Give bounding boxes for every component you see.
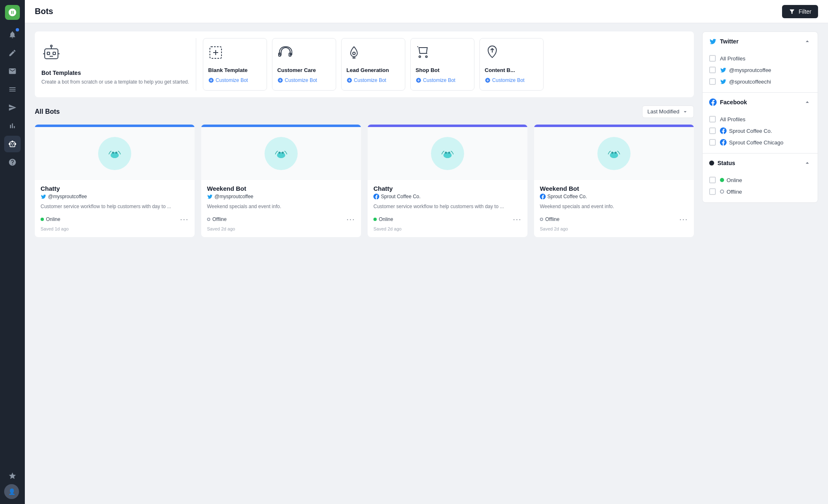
all-bots-section: All Bots Last Modified [35,106,694,237]
bot-more-menu-2[interactable]: ··· [513,215,522,224]
customize-customer-care-button[interactable]: Customize Bot [277,77,317,83]
sidebar-bottom: 👤 [4,468,21,499]
content-name: Content B... [485,67,515,73]
filter-status-online-checkbox[interactable] [709,177,716,183]
svg-point-37 [611,151,614,154]
bot-profile-handle-3: Sprout Coffee Co. [547,194,587,199]
twitter-chevron-icon [804,38,811,45]
bot-time-row-0: Saved 1d ago [41,226,189,231]
filter-facebook-all-checkbox[interactable] [709,116,716,122]
templates-intro-desc: Create a bot from scratch or use a templ… [41,79,189,86]
bot-card-2[interactable]: Chatty Sprout Coffee Co. Customer servic… [368,125,527,237]
sidebar-item-publishing[interactable] [4,99,21,116]
svg-point-33 [448,151,450,154]
filter-twitter-profile-0[interactable]: @mysproutcoffee [709,64,811,76]
bot-more-menu-1[interactable]: ··· [347,215,355,224]
shop-bot-name: Shop Bot [416,67,440,73]
bot-more-menu-0[interactable]: ··· [180,215,189,224]
bot-card-1[interactable]: Weekend Bot @mysproutcoffee Weekend spec… [201,125,361,237]
filter-facebook-title: Facebook [709,98,747,106]
sidebar-item-bots[interactable] [4,136,21,152]
template-card-lead-gen[interactable]: Lead Generation Customize Bot [341,38,405,91]
bot-status-row-1: Offline ··· [207,215,355,224]
svg-rect-2 [53,52,55,55]
bot-time-row-2: Saved 2d ago [373,226,522,231]
bot-desc-1: Weekend specials and event info. [207,203,355,210]
bot-profile-handle-2: Sprout Coffee Co. [381,194,421,199]
filter-twitter-all-profiles[interactable]: All Profiles [709,53,811,64]
filter-status-online[interactable]: Online [709,174,811,186]
bot-status-row-0: Online ··· [41,215,189,224]
template-card-blank[interactable]: Blank Template Customize Bot [203,38,267,91]
filter-twitter-p1-label: @sproutcoffeechi [720,78,771,85]
filter-facebook-p1-label: Sprout Coffee Chicago [720,139,783,146]
bots-grid: Chatty @mysproutcoffee Customer service … [35,125,694,237]
template-card-customer-care[interactable]: Customer Care Customize Bot [272,38,336,91]
bot-more-menu-3[interactable]: ··· [679,215,688,224]
filter-facebook-p1-checkbox[interactable] [709,139,716,146]
bot-profile-2: Sprout Coffee Co. [373,194,522,199]
filter-button[interactable]: Filter [782,5,818,18]
svg-point-23 [116,151,118,154]
offline-indicator [720,190,724,194]
svg-point-36 [610,152,618,158]
svg-point-5 [51,45,52,47]
sidebar-item-tasks[interactable] [4,81,21,98]
sidebar: 👤 [0,0,25,504]
sidebar-item-analytics[interactable] [4,118,21,134]
bot-card-0[interactable]: Chatty @mysproutcoffee Customer service … [35,125,195,237]
filter-facebook-header[interactable]: Facebook [703,93,818,112]
customize-shop-bot-button[interactable]: Customize Bot [416,77,455,83]
template-card-content[interactable]: Content B... Customize Bot [479,38,544,91]
svg-point-28 [282,151,284,154]
sort-dropdown[interactable]: Last Modified [642,106,694,118]
bot-card-hero-1 [201,127,361,180]
customize-content-button[interactable]: Customize Bot [485,77,525,83]
filter-twitter-p0-checkbox[interactable] [709,67,716,73]
filter-status-section: Status Online [703,154,818,202]
bot-card-body-1: Weekend Bot @mysproutcoffee Weekend spec… [201,180,361,237]
app-logo[interactable] [5,5,20,20]
svg-point-26 [277,152,285,158]
bot-profile-3: Sprout Coffee Co. [540,194,688,199]
sidebar-item-inbox[interactable] [4,63,21,79]
bot-name-1: Weekend Bot [207,185,355,192]
notification-badge [16,28,19,31]
filter-status-header[interactable]: Status [703,154,818,173]
bot-card-3[interactable]: Weekend Bot Sprout Coffee Co. Weekend sp… [534,125,694,237]
template-card-shop-bot[interactable]: Shop Bot Customize Bot [410,38,474,91]
svg-point-32 [445,151,447,154]
filter-status-offline[interactable]: Offline [709,186,811,197]
sidebar-item-star[interactable] [4,468,21,484]
sidebar-item-compose[interactable] [4,45,21,61]
filter-facebook-p0-checkbox[interactable] [709,127,716,134]
filter-status-offline-checkbox[interactable] [709,188,716,195]
filter-twitter-p1-checkbox[interactable] [709,78,716,85]
filter-facebook-profile-1[interactable]: Sprout Coffee Chicago [709,137,811,148]
filter-twitter-header[interactable]: Twitter [703,32,818,51]
customer-care-icon [277,45,292,63]
sidebar-item-notifications[interactable] [4,26,21,43]
bot-avatar-2 [431,137,464,170]
header: Bots Filter [25,0,828,23]
svg-rect-1 [47,52,50,55]
filter-twitter-all-checkbox[interactable] [709,55,716,62]
sidebar-item-help[interactable] [4,154,21,170]
customize-lead-gen-button[interactable]: Customize Bot [347,77,386,83]
templates-intro-title: Bot Templates [41,70,189,76]
all-bots-title: All Bots [35,108,60,115]
filter-label: Filter [799,8,811,15]
customize-blank-button[interactable]: Customize Bot [208,77,248,83]
bot-saved-1: Saved 2d ago [207,226,235,231]
sort-label: Last Modified [647,108,679,115]
lead-gen-name: Lead Generation [347,67,389,73]
blank-template-icon [208,45,223,63]
user-avatar[interactable]: 👤 [4,484,19,499]
content-area: Bot Templates Create a bot from scratch … [25,23,828,504]
blank-template-name: Blank Template [208,67,248,73]
bot-status-2: Online [373,216,393,222]
filter-twitter-profile-1[interactable]: @sproutcoffeechi [709,76,811,87]
filter-facebook-all-profiles[interactable]: All Profiles [709,113,811,125]
bot-avatar-3 [597,137,631,170]
filter-facebook-profile-0[interactable]: Sprout Coffee Co. [709,125,811,137]
